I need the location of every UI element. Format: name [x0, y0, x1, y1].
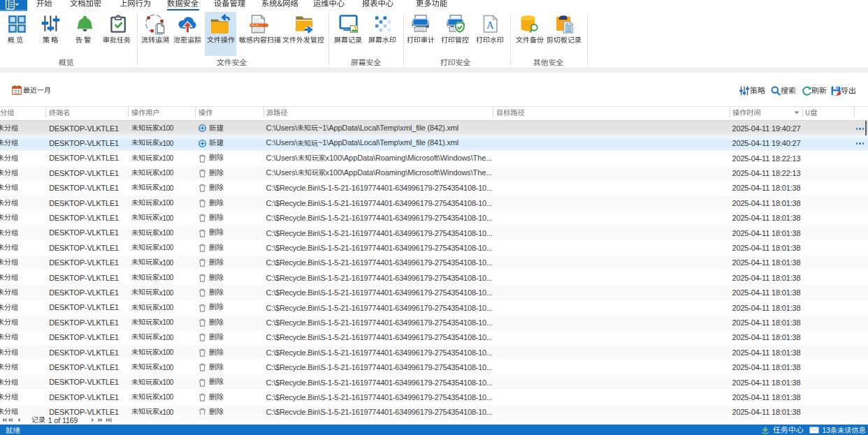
svg-text:23: 23	[14, 89, 20, 94]
svg-text:A: A	[486, 20, 493, 31]
